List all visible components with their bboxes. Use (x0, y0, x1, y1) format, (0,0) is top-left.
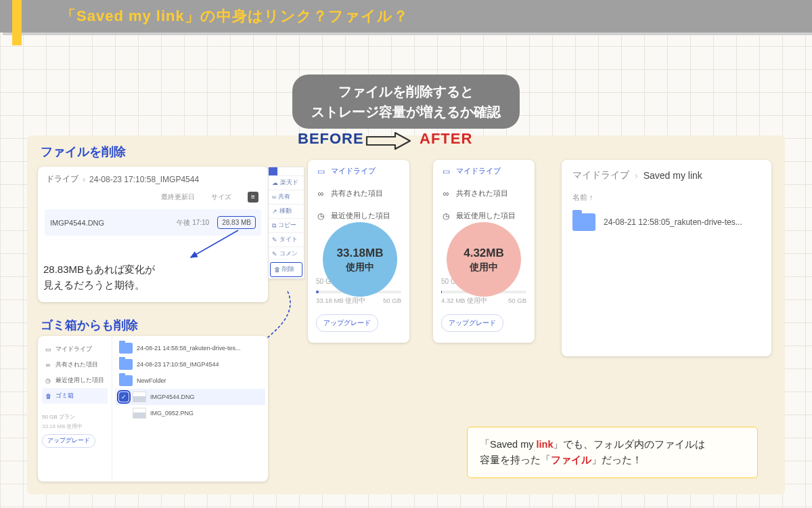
sidebar-item-shared[interactable]: ∞共有された項目 (42, 357, 108, 373)
upgrade-button[interactable]: アップグレード (316, 314, 378, 332)
sidebar-item-trash[interactable]: 🗑ゴミ箱 (42, 388, 108, 404)
label-after: AFTER (420, 130, 472, 148)
before-after-arrow-icon (365, 131, 413, 150)
list-item[interactable]: 24-08-21 12:58:05_rakuten-drive-tes... (562, 207, 771, 238)
sidebar-item-shared[interactable]: ∞共有された項目 (433, 182, 535, 205)
sidebar: ▭マイドライブ ∞共有された項目 ◷最近使用した項目 🗑ゴミ箱 50 GB プラ… (38, 336, 112, 482)
file-modified: 午後 17:10 (177, 218, 209, 228)
usage-bubble-after: 4.32MB 使用中 (447, 222, 521, 297)
clock-icon: ◷ (44, 377, 52, 384)
list-view-toggle-icon[interactable]: ≡ (248, 192, 258, 203)
clock-icon: ◷ (316, 211, 325, 221)
folder-icon (119, 343, 133, 354)
bubble-value: 4.32MB (464, 246, 504, 261)
label-before: BEFORE (298, 130, 364, 148)
folder-icon (119, 359, 133, 370)
col-name[interactable]: 名前 ↑ (562, 184, 771, 207)
sidebar-item-mydrive[interactable]: ▭マイドライブ (433, 160, 535, 182)
breadcrumb[interactable]: マイドライブ › Saved my link (562, 160, 771, 184)
trash-icon: 🗑 (274, 266, 280, 273)
sidebar-plan: 50 GB プラン (42, 413, 108, 421)
upgrade-button[interactable]: アップグレード (441, 314, 503, 332)
share-icon: ∞ (441, 189, 451, 198)
annotation-note: 28.83MBもあれば変化が 見えるだろうと期待。 (43, 262, 155, 293)
checkbox-checked-icon[interactable]: ✓ (119, 392, 129, 402)
menu-item-delete[interactable]: 🗑削除 (270, 262, 302, 277)
menu-item-copy[interactable]: ⧉コピー (269, 218, 304, 232)
list-item[interactable]: 24-08-21 14:58:58_rakuten-drive-tes... (115, 340, 265, 356)
menu-item-rakuten[interactable]: ☁楽天ド (269, 175, 304, 190)
upgrade-button[interactable]: アップグレード (42, 434, 95, 448)
sidebar-item-mydrive[interactable]: ▭マイドライブ (42, 341, 108, 357)
list-item-selected[interactable]: ✓IMGP4544.DNG (115, 389, 265, 405)
file-row[interactable]: IMGP4544.DNG 午後 17:10 28.83 MB (45, 209, 261, 236)
accent-bar (12, 0, 22, 45)
folder-icon (119, 375, 133, 386)
trash-list: 24-08-21 14:58:58_rakuten-drive-tes... 2… (112, 336, 268, 482)
sub-heading-text: ファイルを削除すると ストレージ容量が増えるか確認 (311, 84, 501, 119)
trash-icon: 🗑 (44, 393, 52, 400)
list-item[interactable]: IMG_0952.PNG (115, 405, 265, 421)
bubble-unit: 使用中 (346, 261, 374, 273)
share-icon: ∞ (44, 362, 52, 368)
page-title: 「Saved my link」の中身はリンク？ファイル？ (61, 6, 409, 26)
file-name: IMGP4544.DNG (50, 219, 104, 227)
drive-icon: ▭ (316, 167, 325, 176)
bubble-value: 33.18MB (337, 246, 384, 261)
menu-item-comment[interactable]: ✎コメン (269, 247, 304, 261)
list-item[interactable]: NewFolder (115, 373, 265, 389)
column-headers: 最終更新日 サイズ ≡ (38, 189, 268, 205)
item-name: 24-08-21 12:58:05_rakuten-drive-tes... (604, 217, 742, 227)
stage: ファイルを削除 ゴミ箱からも削除 BEFORE AFTER ドライブ › 24-… (27, 135, 785, 494)
col-modified[interactable]: 最終更新日 (161, 192, 195, 202)
chevron-right-icon: › (635, 170, 638, 181)
label-delete-files: ファイルを削除 (41, 144, 126, 160)
sidebar-item-recent[interactable]: ◷最近使用した項目 (42, 373, 108, 388)
trash-card: ▭マイドライブ ∞共有された項目 ◷最近使用した項目 🗑ゴミ箱 50 GB プラ… (38, 336, 268, 482)
drive-icon: ▭ (441, 167, 451, 176)
folder-icon (572, 213, 595, 231)
col-size[interactable]: サイズ (211, 192, 231, 202)
sidebar-usage: 33.18 MB 使用中 (42, 423, 108, 430)
breadcrumb-leaf[interactable]: Saved my link (644, 170, 702, 181)
sidebar-item-mydrive[interactable]: ▭マイドライブ (308, 160, 409, 182)
share-icon: ∞ (316, 189, 325, 198)
breadcrumb[interactable]: ドライブ › 24-08-23 17:10:58_IMGP4544 (38, 167, 268, 189)
breadcrumb-root[interactable]: マイドライブ (572, 169, 629, 182)
usage-bubble-before: 33.18MB 使用中 (323, 222, 397, 297)
menu-item-share[interactable]: ∞共有 (269, 190, 304, 204)
menu-item-move[interactable]: ↗移動 (269, 204, 304, 218)
page-header: 「Saved my link」の中身はリンク？ファイル？ (0, 0, 812, 33)
label-delete-trash: ゴミ箱からも削除 (41, 317, 138, 333)
sidebar-item-shared[interactable]: ∞共有された項目 (308, 182, 409, 205)
chevron-right-icon: › (83, 175, 85, 184)
menu-item-rename[interactable]: ✎タイト (269, 232, 304, 247)
clock-icon: ◷ (441, 211, 451, 221)
breadcrumb-leaf[interactable]: 24-08-23 17:10:58_IMGP4544 (89, 175, 199, 184)
conclusion-box: 「Saved my link」でも、フォルダ内のファイルは 容量を持った「ファイ… (467, 427, 758, 478)
drive-icon: ▭ (44, 346, 52, 353)
image-thumb-icon (133, 408, 146, 419)
list-item[interactable]: 24-08-23 17:10:58_IMGP4544 (115, 356, 265, 373)
image-thumb-icon (133, 391, 146, 402)
file-size-highlight: 28.83 MB (217, 216, 256, 229)
breadcrumb-root[interactable]: ドライブ (46, 173, 78, 185)
file-delete-card: ドライブ › 24-08-23 17:10:58_IMGP4544 最終更新日 … (38, 167, 268, 302)
sub-heading: ファイルを削除すると ストレージ容量が増えるか確認 (292, 75, 520, 129)
bubble-unit: 使用中 (470, 261, 498, 273)
context-menu: ☁楽天ド ∞共有 ↗移動 ⧉コピー ✎タイト ✎コメン 🗑削除 (268, 167, 304, 279)
after-drive-card: マイドライブ › Saved my link 名前 ↑ 24-08-21 12:… (562, 160, 771, 356)
